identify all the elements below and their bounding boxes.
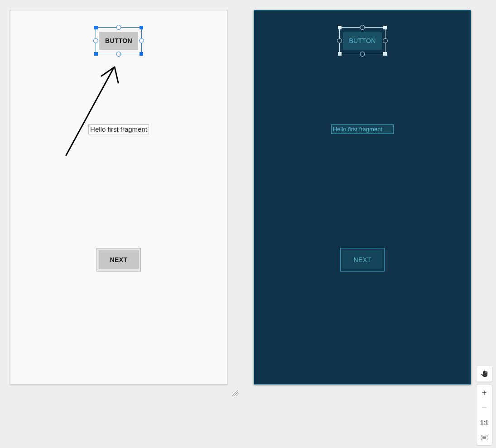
resize-handle-left[interactable] <box>93 38 98 43</box>
selection-bounds[interactable]: BUTTON <box>340 28 385 54</box>
fit-screen-icon <box>481 434 488 441</box>
zoom-in-button[interactable] <box>477 385 492 400</box>
resize-handle-br[interactable] <box>383 52 387 56</box>
design-surface-light[interactable]: BUTTON Hello first fragment NEXT <box>10 10 227 385</box>
resize-handle-bl[interactable] <box>94 52 98 56</box>
resize-grip-icon[interactable] <box>230 388 238 396</box>
selection-bounds[interactable]: BUTTON <box>96 28 141 54</box>
selected-button-wrapper[interactable]: BUTTON <box>340 28 385 54</box>
resize-handle-right[interactable] <box>383 38 388 43</box>
plus-icon <box>481 389 488 396</box>
resize-handle-right[interactable] <box>139 38 144 43</box>
annotation-arrow-icon <box>59 62 127 157</box>
svg-line-1 <box>234 392 238 396</box>
zoom-out-button[interactable] <box>477 400 492 415</box>
next-button[interactable]: NEXT <box>97 248 140 271</box>
hand-icon <box>481 370 488 378</box>
textview-component[interactable]: Hello first fragment <box>331 124 394 134</box>
pan-tool-button[interactable] <box>476 366 492 382</box>
minus-icon <box>481 404 488 411</box>
button-component[interactable]: BUTTON <box>99 32 138 50</box>
resize-handle-tr[interactable] <box>383 26 387 29</box>
zoom-fit-button[interactable] <box>477 430 492 445</box>
resize-handle-tl[interactable] <box>338 26 342 29</box>
resize-handle-br[interactable] <box>140 52 143 56</box>
next-button[interactable]: NEXT <box>341 248 384 271</box>
resize-handle-tr[interactable] <box>140 26 143 29</box>
svg-line-2 <box>236 395 238 396</box>
resize-handle-tl[interactable] <box>94 26 98 29</box>
design-surface-blueprint[interactable]: BUTTON Hello first fragment NEXT <box>254 10 471 385</box>
button-component[interactable]: BUTTON <box>343 32 382 50</box>
resize-handle-bottom[interactable] <box>116 52 121 57</box>
selected-button-wrapper[interactable]: BUTTON <box>96 28 141 54</box>
zoom-reset-button[interactable]: 1:1 <box>477 415 492 430</box>
resize-handle-bl[interactable] <box>338 52 342 56</box>
resize-handle-top[interactable] <box>116 25 121 30</box>
resize-handle-top[interactable] <box>360 25 365 30</box>
svg-line-0 <box>232 390 238 396</box>
zoom-toolbar: 1:1 <box>476 385 492 445</box>
textview-component[interactable]: Hello first fragment <box>88 124 149 134</box>
resize-handle-left[interactable] <box>337 38 342 43</box>
resize-handle-bottom[interactable] <box>360 52 365 57</box>
